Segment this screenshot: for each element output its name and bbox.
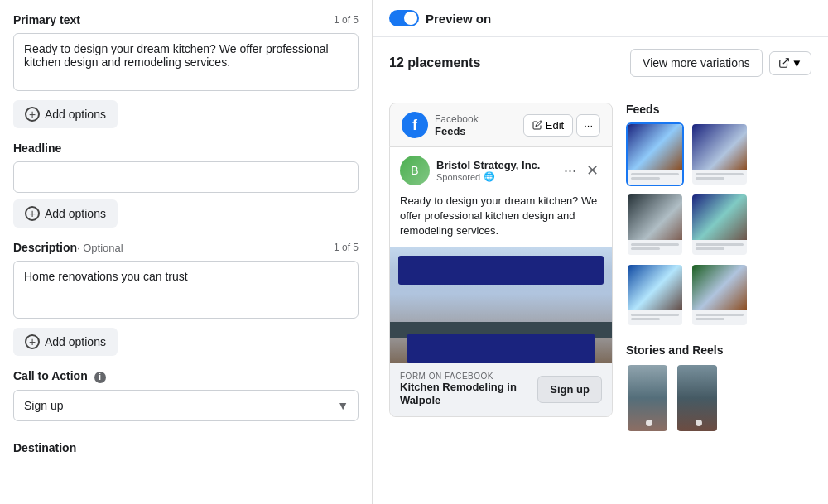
thumb-line-5 <box>631 314 679 316</box>
variation-thumb-4[interactable] <box>691 193 749 257</box>
add-options-description-label: Add options <box>45 335 106 348</box>
call-to-action-section: Call to Action i Sign up Learn More Cont… <box>13 369 359 421</box>
plus-circle-icon-3: + <box>25 334 40 349</box>
thumb-line-short-3 <box>631 247 660 250</box>
feeds-group: Feeds <box>626 103 811 327</box>
right-panel: Preview on 12 placements View more varia… <box>373 0 828 504</box>
placement-name-wrap: Facebook Feeds <box>435 113 479 137</box>
kitchen-island <box>407 334 595 363</box>
edit-button[interactable]: Edit <box>523 114 573 137</box>
cta-label: Call to Action i <box>13 369 106 383</box>
thumb-line-6 <box>696 314 744 316</box>
primary-text-section: Primary text 1 of 5 Ready to design your… <box>13 13 359 128</box>
thumb-text-area-1 <box>628 170 682 185</box>
ad-brand: B Bristol Strategy, Inc. Sponsored 🌐 <box>400 156 540 185</box>
thumb-img-6 <box>692 265 749 310</box>
cta-select[interactable]: Sign up Learn More Contact Us Get Quote … <box>13 390 359 421</box>
toggle-knob <box>404 12 417 25</box>
headline-input[interactable]: Kitchen Remodeling in Walpole <box>13 161 359 193</box>
thumb-line-short <box>631 177 660 180</box>
add-options-primary-label: Add options <box>45 108 106 121</box>
add-options-primary-button[interactable]: + Add options <box>13 100 118 128</box>
thumb-line <box>631 173 679 175</box>
edit-label: Edit <box>546 119 564 132</box>
cta-select-wrapper: Sign up Learn More Contact Us Get Quote … <box>13 390 359 421</box>
placement-actions: Edit ··· <box>523 114 600 137</box>
thumb-img-3 <box>628 194 684 240</box>
ad-image <box>390 247 612 363</box>
variation-thumb-2[interactable] <box>691 122 749 186</box>
plus-circle-icon: + <box>25 107 40 122</box>
kitchen-background <box>390 247 612 363</box>
story-dots-1 <box>646 420 652 426</box>
preview-label: Preview on <box>426 12 491 26</box>
thumb-img-2 <box>692 124 749 170</box>
placement-type: Feeds <box>435 125 479 137</box>
thumb-text-area-2 <box>692 170 747 185</box>
description-input[interactable]: Home renovations you can trust <box>13 261 359 319</box>
thumb-img-4 <box>692 194 749 240</box>
thumb-line-3 <box>631 243 679 246</box>
plus-circle-icon-2: + <box>25 206 40 221</box>
story-thumb-2[interactable] <box>676 363 719 433</box>
more-options-button[interactable]: ··· <box>576 114 600 137</box>
primary-text-count: 1 of 5 <box>334 14 359 26</box>
primary-text-input[interactable]: Ready to design your dream kitchen? We o… <box>13 33 359 91</box>
brand-logo: B <box>400 156 430 185</box>
placements-count: 12 placements <box>389 55 480 70</box>
story-thumb-img-2 <box>677 365 719 431</box>
left-panel: Primary text 1 of 5 Ready to design your… <box>0 0 373 504</box>
external-link-button[interactable]: ▼ <box>769 51 811 75</box>
thumb-text-area-4 <box>692 240 747 255</box>
thumb-text-area-5 <box>628 310 682 325</box>
variation-thumb-6[interactable] <box>691 263 749 327</box>
placement-header-row: f Facebook Feeds Edit ··· <box>389 103 613 147</box>
stories-group: Stories and Reels <box>626 343 811 433</box>
placements-header: 12 placements View more variations ▼ <box>373 37 828 89</box>
add-options-headline-label: Add options <box>45 207 106 220</box>
kitchen-cabinet-top <box>398 256 604 285</box>
ad-cta-button[interactable]: Sign up <box>537 376 602 403</box>
svg-line-0 <box>783 59 788 64</box>
add-options-headline-button[interactable]: + Add options <box>13 199 118 228</box>
placement-platform: Facebook <box>435 113 479 125</box>
description-section: Description· Optional 1 of 5 Home renova… <box>13 241 359 356</box>
add-options-description-button[interactable]: + Add options <box>13 328 118 356</box>
headline-label: Headline <box>13 142 61 155</box>
cta-header: Call to Action i <box>13 369 359 383</box>
brand-info: Bristol Strategy, Inc. Sponsored 🌐 <box>436 159 540 182</box>
view-more-variations-button[interactable]: View more variations <box>630 49 763 77</box>
primary-text-label: Primary text <box>13 13 80 26</box>
ad-body-text: Ready to design your dream kitchen? We o… <box>390 194 612 247</box>
top-bar: Preview on <box>373 0 828 37</box>
primary-text-header: Primary text 1 of 5 <box>13 13 359 26</box>
feeds-label: Feeds <box>626 103 811 116</box>
info-icon: i <box>94 372 106 383</box>
variation-thumb-3[interactable] <box>626 193 684 257</box>
variation-thumb-1[interactable] <box>626 122 684 186</box>
ad-cta-row: FORM ON FACEBOOK Kitchen Remodeling in W… <box>390 363 612 417</box>
story-thumb-1[interactable] <box>626 363 669 433</box>
thumb-img-1 <box>628 124 684 170</box>
chevron-down-icon-2: ▼ <box>792 57 802 70</box>
preview-toggle-wrap: Preview on <box>389 10 491 26</box>
main-content: f Facebook Feeds Edit ··· <box>373 89 828 446</box>
variation-thumb-5[interactable] <box>626 263 684 327</box>
facebook-icon: f <box>402 112 428 138</box>
ad-more-icon[interactable]: ··· <box>561 162 580 180</box>
close-icon[interactable]: ✕ <box>583 161 602 180</box>
description-count: 1 of 5 <box>334 242 359 253</box>
thumb-img-5 <box>628 265 684 310</box>
thumb-line-short-6 <box>696 318 724 320</box>
brand-name: Bristol Strategy, Inc. <box>436 159 540 171</box>
thumb-text-area-6 <box>692 310 747 325</box>
thumb-text-area-3 <box>628 240 682 255</box>
placements-actions: View more variations ▼ <box>630 49 811 77</box>
ad-cta-title: Kitchen Remodeling in Walpole <box>400 381 537 409</box>
ad-card: B Bristol Strategy, Inc. Sponsored 🌐 ···… <box>389 147 613 417</box>
headline-section: Headline Kitchen Remodeling in Walpole +… <box>13 142 359 228</box>
destination-section: Destination <box>13 434 359 454</box>
preview-toggle[interactable] <box>389 10 419 26</box>
description-optional: · Optional <box>77 242 123 254</box>
headline-header: Headline <box>13 142 359 155</box>
